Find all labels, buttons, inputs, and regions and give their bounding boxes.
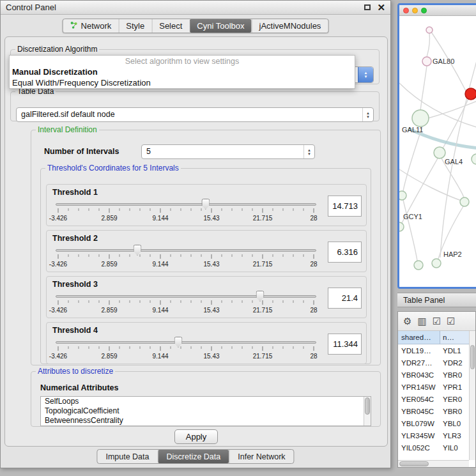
zoom-traffic-light-icon[interactable] [421,8,427,13]
desktop: Control Panel ✕ NetworkStyleSelectCyni T… [0,0,476,476]
numerical-attributes-label: Numerical Attributes [40,383,118,392]
scale-label: 21.715 [253,215,273,222]
select-columns-icon[interactable]: ☑ [447,316,455,326]
threshold-slider[interactable]: -3.4262.8599.14415.4321.71528 [52,245,320,270]
network-node[interactable] [465,88,476,100]
attribute-item[interactable]: SelfLoops [41,397,371,406]
columns-icon[interactable]: ▥ [417,316,426,326]
scale-label: -3.426 [49,307,67,314]
scale-label: 28 [310,261,317,268]
slider-track[interactable] [56,295,316,298]
threshold-slider[interactable]: -3.4262.8599.14415.4321.71528 [52,337,320,362]
attribute-item[interactable]: BetweennessCentrality [41,416,371,426]
cell-shared-name: YBR045C [398,408,440,415]
window-title: Control Panel [6,3,56,12]
table-horizontal-scrollbar[interactable] [398,460,469,467]
network-node[interactable] [399,191,406,200]
table-data-combobox[interactable]: galFiltered.sif default node [16,107,374,122]
network-window-titlebar[interactable] [399,5,476,16]
network-node-gal80[interactable] [422,57,431,66]
table-row[interactable]: YBR045CYBR0 [398,405,469,417]
scrollbar-thumb[interactable] [399,461,429,466]
column-header-shared-name[interactable]: shared… [398,331,440,344]
bottom-tab-bar: Impute DataDiscretize DataInfer Network [96,449,294,464]
threshold-slider[interactable]: -3.4262.8599.14415.4321.71528 [52,199,320,224]
cell-name: YBR0 [440,408,469,415]
threshold-label: Threshold 3 [52,280,98,289]
combobox-stepper-icon[interactable] [358,67,373,82]
slider-scale: -3.4262.8599.14415.4321.71528 [58,307,314,314]
apply-button[interactable]: Apply [174,429,218,444]
bottom-tab-infer-network[interactable]: Infer Network [229,450,293,463]
control-panel-titlebar[interactable]: Control Panel ✕ [1,1,390,15]
select-all-rows-icon[interactable]: ☑ [433,316,441,326]
table-row[interactable]: YDL19…YDL1 [398,344,469,357]
algorithm-option-manual-discretization[interactable]: Manual Discretization [10,66,355,77]
threshold-slider[interactable]: -3.4262.8599.14415.4321.71528 [52,291,320,316]
threshold-value-field[interactable]: 6.316 [328,242,362,263]
scale-label: 15.43 [203,353,219,360]
control-panel-window: Control Panel ✕ NetworkStyleSelectCyni T… [0,0,391,468]
cell-shared-name: YBR043C [398,371,440,379]
threshold-label: Threshold 1 [52,188,98,197]
network-node-gal4[interactable] [434,147,445,158]
attribute-item[interactable]: TopologicalCoefficient [41,406,371,416]
threshold-panel-2: Threshold 26.316-3.4262.8599.14415.4321.… [46,230,367,272]
table-row[interactable]: YER054CYER0 [398,393,469,405]
combobox-stepper-icon[interactable] [303,145,314,158]
tab-style[interactable]: Style [118,19,151,33]
cell-name: YPR1 [440,383,469,391]
node-label: HAP2 [443,250,462,258]
table-vertical-scrollbar[interactable] [469,331,475,460]
slider-scale: -3.4262.8599.14415.4321.71528 [58,353,314,360]
network-node[interactable] [460,197,469,206]
close-icon[interactable]: ✕ [377,3,385,12]
slider-track[interactable] [56,341,316,344]
algorithm-option-equal-width-frequency-discretization[interactable]: Equal Width/Frequency Discretization [10,77,355,88]
table-row[interactable]: YLR345WYLR3 [398,429,469,441]
tab-cyni-toolbox[interactable]: Cyni Toolbox [189,19,251,33]
gear-icon[interactable]: ⚙ [403,316,411,326]
table-data-value: galFiltered.sif default node [17,108,362,121]
slider-track[interactable] [56,203,316,206]
network-node-gcy1[interactable] [399,222,404,231]
attributes-group: Attributes to discretize Numerical Attri… [31,367,381,427]
table-row[interactable]: YDR27…YDR2 [398,357,469,369]
network-canvas[interactable]: GAL80GAL11GAL4GCY1HAP2 [399,16,476,287]
combobox-stepper-icon[interactable] [362,108,373,121]
close-traffic-light-icon[interactable] [403,8,409,13]
minimize-traffic-light-icon[interactable] [412,8,418,13]
threshold-value-field[interactable]: 14.713 [328,196,362,217]
threshold-value-field[interactable]: 11.344 [328,334,362,355]
bottom-tab-discretize-data[interactable]: Discretize Data [158,450,229,463]
network-node[interactable] [426,27,433,33]
number-of-intervals-combobox[interactable]: 5 [141,144,315,159]
threshold-panel-1: Threshold 114.713-3.4262.8599.14415.4321… [46,184,367,226]
network-node[interactable] [472,154,476,164]
float-window-icon[interactable] [364,4,371,10]
scrollbar-thumb[interactable] [365,397,370,415]
tab-label: Select [159,21,182,31]
scale-label: 15.43 [203,215,219,222]
bottom-tab-impute-data[interactable]: Impute Data [97,450,157,463]
network-node-hap2[interactable] [432,259,441,268]
network-node[interactable] [414,261,423,270]
scale-label: 21.715 [253,307,273,314]
tab-jactivemnodules[interactable]: jActiveMNodules [252,19,328,33]
table-row[interactable]: YBL079WYBL0 [398,417,469,429]
attributes-scrollbar[interactable] [364,397,371,426]
interval-definition-group: Interval Definition Number of Intervals … [31,125,381,365]
network-node-gal11[interactable] [412,110,429,127]
scale-label: 28 [310,307,317,314]
threshold-value-field[interactable]: 21.4 [328,288,362,309]
table-row[interactable]: YPR145WYPR1 [398,381,469,393]
scrollbar-thumb[interactable] [470,345,475,369]
tab-network[interactable]: Network [63,19,119,33]
slider-track[interactable] [56,249,316,252]
algorithm-prompt: Select algorithm to view settings [10,56,355,66]
table-row[interactable]: YIL052CYIL0 [398,441,469,454]
table-row[interactable]: YBR043CYBR0 [398,369,469,381]
tab-select[interactable]: Select [151,19,189,33]
scale-label: 9.144 [152,215,168,222]
table-panel-header[interactable]: Table Panel [397,293,476,307]
